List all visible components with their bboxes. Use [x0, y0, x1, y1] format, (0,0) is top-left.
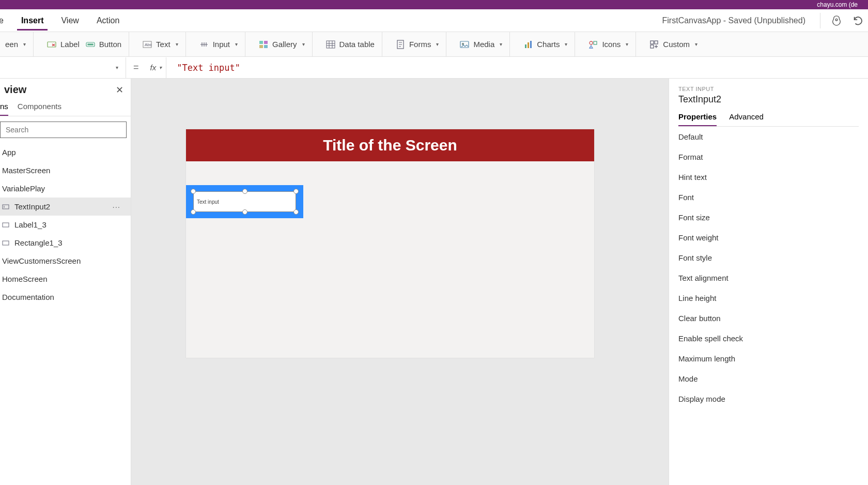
textinput-control[interactable]: Text input	[193, 191, 296, 212]
svg-rect-19	[650, 41, 654, 44]
control-type-label: TEXT INPUT	[678, 86, 859, 92]
prop-maximum-length[interactable]: Maximum length	[678, 348, 859, 369]
prop-default[interactable]: Default	[678, 127, 859, 147]
chevron-down-icon: ▾	[695, 41, 698, 47]
svg-rect-16	[530, 41, 532, 48]
svg-rect-3	[88, 44, 93, 45]
undo-icon[interactable]	[853, 15, 864, 26]
svg-point-13	[462, 43, 464, 44]
tree-item-masterscreen[interactable]: MasterScreen	[0, 161, 131, 179]
table-icon	[326, 40, 335, 49]
menu-action[interactable]: Action	[92, 11, 123, 31]
resize-handle[interactable]	[191, 189, 196, 194]
tree-item-homescreen[interactable]: HomeScreen	[0, 270, 131, 288]
chevron-down-icon: ▾	[116, 65, 118, 70]
tree-item-app[interactable]: App	[0, 143, 131, 161]
screen-label: een	[5, 40, 18, 49]
control-name[interactable]: TextInput2	[678, 94, 859, 105]
tab-properties[interactable]: Properties	[678, 112, 717, 126]
button-button[interactable]: Button	[85, 38, 122, 51]
label-text: Label	[60, 40, 80, 49]
text-label: Text	[156, 40, 171, 49]
menu-insert[interactable]: Insert	[17, 11, 48, 31]
tab-advanced[interactable]: Advanced	[729, 112, 764, 126]
app-status: FirstCanvasApp - Saved (Unpublished)	[662, 16, 811, 25]
prop-mode[interactable]: Mode	[678, 369, 859, 389]
chevron-down-icon: ▾	[302, 41, 305, 47]
resize-handle[interactable]	[191, 209, 196, 215]
resize-handle[interactable]	[293, 189, 299, 194]
gallery-button[interactable]: Gallery ▾	[258, 38, 306, 51]
close-icon[interactable]: ✕	[116, 84, 123, 96]
text-button[interactable]: Abc Text ▾	[142, 38, 179, 51]
tab-components[interactable]: Components	[18, 102, 61, 116]
prop-text-alignment[interactable]: Text alignment	[678, 268, 859, 288]
search-input[interactable]	[0, 122, 127, 138]
svg-rect-21	[650, 45, 654, 48]
tree-item-viewcustomers[interactable]: ViewCustomersScreen	[0, 252, 131, 270]
insert-toolbar: een ▾ Label Button Abc Text ▾	[0, 32, 868, 57]
text-icon: Abc	[143, 40, 152, 49]
resize-handle[interactable]	[242, 189, 247, 194]
tab-screens[interactable]: ns	[0, 102, 8, 116]
forms-button[interactable]: Forms ▾	[395, 38, 440, 51]
media-label: Media	[473, 40, 494, 49]
prop-font[interactable]: Font	[678, 187, 859, 207]
title-bar: chayu.com (de	[0, 0, 868, 9]
svg-text:Abc: Abc	[145, 42, 152, 47]
tree-item-rectangle1-3[interactable]: Rectangle1_3	[0, 234, 131, 252]
prop-enable-spell-check[interactable]: Enable spell check	[678, 328, 859, 348]
custom-label: Custom	[663, 40, 690, 49]
user-label: chayu.com (de	[817, 1, 858, 8]
formula-input[interactable]: "Text input"	[166, 63, 868, 73]
menu-view[interactable]: View	[57, 11, 83, 31]
canvas-screen[interactable]: Title of the Screen Text input	[186, 129, 594, 358]
tree-item-documentation[interactable]: Documentation	[0, 288, 131, 306]
app-checker-icon[interactable]	[831, 15, 842, 26]
screen-title-label: Title of the Screen	[186, 129, 594, 161]
prop-hint-text[interactable]: Hint text	[678, 167, 859, 187]
resize-handle[interactable]	[242, 209, 247, 215]
custom-button[interactable]: Custom ▾	[648, 38, 699, 51]
canvas-area[interactable]: Title of the Screen Text input	[131, 79, 669, 485]
prop-format[interactable]: Format	[678, 147, 859, 167]
property-selector[interactable]: ▾	[0, 57, 126, 78]
prop-font-style[interactable]: Font style	[678, 248, 859, 268]
chevron-down-icon: ▾	[23, 41, 26, 47]
svg-rect-6	[259, 41, 263, 44]
input-button[interactable]: Input ▾	[198, 38, 239, 51]
svg-rect-9	[264, 45, 268, 48]
menu-file-cut[interactable]: e	[0, 11, 8, 31]
button-icon	[86, 40, 95, 49]
selected-control[interactable]: Text input	[186, 185, 303, 218]
chevron-down-icon: ▾	[565, 41, 567, 47]
tree-list: App MasterScreen VariablePlay TextInput2…	[0, 143, 131, 485]
fx-button[interactable]: fx ▾	[146, 57, 167, 78]
tree-item-label1-3[interactable]: Label1_3	[0, 216, 131, 234]
data-table-button[interactable]: Data table	[325, 38, 376, 51]
label-button[interactable]: Label	[46, 38, 81, 51]
prop-font-size[interactable]: Font size	[678, 207, 859, 228]
tree-title: view	[4, 84, 26, 96]
svg-rect-10	[327, 41, 335, 48]
custom-icon	[649, 40, 659, 49]
prop-font-weight[interactable]: Font weight	[678, 228, 859, 248]
charts-button[interactable]: Charts ▾	[522, 38, 568, 51]
tree-item-variableplay[interactable]: VariablePlay	[0, 179, 131, 198]
svg-point-17	[590, 41, 593, 44]
forms-label: Forms	[409, 40, 431, 49]
prop-line-height[interactable]: Line height	[678, 288, 859, 308]
tree-item-textinput2[interactable]: TextInput2 ···	[0, 198, 131, 216]
menu-bar: File e Insert View Action FirstCanvasApp…	[0, 9, 868, 32]
media-button[interactable]: Media ▾	[459, 38, 503, 51]
resize-handle[interactable]	[293, 209, 299, 215]
gallery-icon	[259, 40, 268, 49]
icons-button[interactable]: Icons ▾	[587, 38, 629, 51]
rectangle-icon	[2, 239, 9, 247]
more-icon[interactable]: ···	[112, 202, 120, 211]
screen-button[interactable]: een ▾	[4, 38, 27, 51]
prop-clear-button[interactable]: Clear button	[678, 308, 859, 328]
tree-view-panel: view ✕ ns Components App MasterScreen Va…	[0, 79, 131, 485]
fx-label: fx	[150, 63, 157, 72]
prop-display-mode[interactable]: Display mode	[678, 389, 859, 409]
